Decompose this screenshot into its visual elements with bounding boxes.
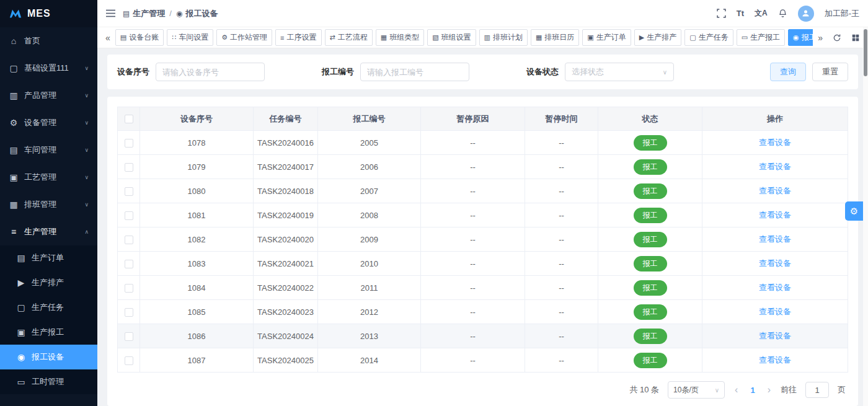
tab-device-ledger[interactable]: ▤设备台账 [115,29,164,46]
view-device-link[interactable]: 查看设备 [759,307,791,316]
chevron-down-icon: ∨ [715,387,719,394]
device-no-input[interactable] [156,63,265,81]
layout-grid-icon[interactable] [849,33,862,42]
chevron-icon: ∨ [84,201,89,208]
tab-workshop-settings[interactable]: ∷车间设置 [167,29,213,46]
tab-shift-calendar[interactable]: ▦排班日历 [531,29,579,46]
view-device-link[interactable]: 查看设备 [759,355,791,364]
language-icon[interactable]: 文A [755,8,768,19]
sidebar-item-workshop-mgmt[interactable]: ▤车间管理∨ [0,136,97,164]
device-status-select[interactable]: 选择状态 ∨ [565,63,674,81]
tabbar: « ▤设备台账∷车间设置⚙工作站管理≡工序设置⇄工艺流程▦班组类型▧班组设置▥排… [97,27,868,48]
sidebar-item-process-mgmt[interactable]: ▣工艺管理∨ [0,164,97,191]
pause-time-cell: -- [525,324,598,348]
page-size-select[interactable]: 10条/页 ∨ [668,381,725,399]
sidebar-item-product-mgmt[interactable]: ▥产品管理∨ [0,82,97,109]
sidebar-subitem-production-task[interactable]: ▢生产任务 [0,295,97,320]
page-number[interactable]: 1 [748,386,757,395]
reset-button[interactable]: 重置 [812,63,848,81]
content-area: 设备序号 报工编号 设备状态 选择状态 ∨ 查询 重置 [97,48,868,406]
refresh-icon[interactable] [831,33,843,42]
table-row: 1082TASK202400202009----报工查看设备 [118,227,848,252]
tab-production-report[interactable]: ▭生产报工 [737,29,785,46]
sidebar-subitem-report-device[interactable]: ◉报工设备 [0,345,97,369]
column-header: 暂停时间 [525,107,598,131]
table-body: 1078TASK202400162005----报工查看设备1079TASK20… [118,131,848,373]
device-icon: ◉ [16,352,26,362]
fullscreen-icon[interactable] [717,9,726,18]
breadcrumb-item-report-device[interactable]: ◉ 报工设备 [176,8,218,19]
row-checkbox[interactable] [125,163,133,172]
tab-team-type[interactable]: ▦班组类型 [376,29,424,46]
device-no-cell: 1080 [140,179,254,203]
device-status-label: 设备状态 [526,66,559,77]
table-row: 1080TASK202400182007----报工查看设备 [118,179,848,203]
mes-logo-icon [9,7,22,20]
report-icon: ▭ [742,33,748,42]
tab-report-device[interactable]: ◉报工设备 [788,29,813,46]
row-checkbox[interactable] [125,356,133,365]
tabs-scroll-right-icon[interactable]: » [816,33,825,43]
tab-workstation-mgmt[interactable]: ⚙工作站管理 [216,29,272,46]
view-device-link[interactable]: 查看设备 [759,210,791,219]
username-label[interactable]: 加工部-王 [825,8,859,19]
bar-chart-icon: ▥ [9,90,19,100]
prev-page-icon[interactable]: ‹ [733,384,739,395]
row-checkbox[interactable] [125,284,133,293]
sidebar-subitem-production-scheduling[interactable]: ▶生产排产 [0,270,97,295]
row-checkbox[interactable] [125,187,133,196]
device-no-cell: 1081 [140,203,254,227]
notification-bell-icon[interactable] [778,9,787,18]
dispatch-icon: ▶ [639,33,644,42]
order-icon: ▤ [16,253,26,263]
task-no-cell: TASK20240022 [254,276,318,300]
font-size-icon[interactable]: Tt [737,9,744,18]
calendar-icon: ▦ [536,33,542,42]
row-checkbox[interactable] [125,211,133,220]
row-checkbox[interactable] [125,308,133,317]
user-avatar[interactable] [798,6,814,22]
report-no-input[interactable] [360,63,469,81]
sidebar-subitem-production-report[interactable]: ▣生产报工 [0,320,97,345]
device-icon: ◉ [176,9,182,18]
row-checkbox[interactable] [125,260,133,268]
goto-page-input[interactable] [805,382,829,398]
view-device-link[interactable]: 查看设备 [759,331,791,340]
view-device-link[interactable]: 查看设备 [759,234,791,244]
hamburger-menu-icon[interactable] [106,9,115,17]
tab-process-flow[interactable]: ⇄工艺流程 [325,29,373,46]
view-device-link[interactable]: 查看设备 [759,258,791,268]
sidebar-subitem-production-order[interactable]: ▤生产订单 [0,245,97,270]
tab-production-scheduling[interactable]: ▶生产排产 [634,29,681,46]
column-header: 设备序号 [140,107,254,131]
view-device-link[interactable]: 查看设备 [759,162,791,171]
row-checkbox[interactable] [125,236,133,244]
settings-fab[interactable]: ⚙ [845,201,863,221]
select-all-checkbox[interactable] [125,115,133,123]
tabs-scroll-left-icon[interactable]: « [104,33,112,43]
view-device-link[interactable]: 查看设备 [759,138,791,147]
row-checkbox[interactable] [125,332,133,341]
sidebar-item-device-mgmt[interactable]: ⚙设备管理∨ [0,109,97,136]
query-button[interactable]: 查询 [770,63,806,81]
tab-production-task[interactable]: ▢生产任务 [684,29,733,46]
view-device-link[interactable]: 查看设备 [759,283,791,292]
sidebar-item-basic-settings[interactable]: ▢基础设置111∨ [0,55,97,82]
tab-procedure-settings[interactable]: ≡工序设置 [275,29,321,46]
sidebar-item-home[interactable]: ⌂首页 [0,27,97,55]
tab-team-settings[interactable]: ▧班组设置 [427,29,476,46]
sidebar-item-production-mgmt[interactable]: ≡生产管理∧ [0,218,97,245]
sidebar-item-shift-mgmt[interactable]: ▦排班管理∨ [0,191,97,218]
tab-shift-plan[interactable]: ▥排班计划 [479,29,528,46]
breadcrumb-item-production[interactable]: ▤ 生产管理 [123,8,165,19]
next-page-icon[interactable]: › [766,384,772,395]
row-checkbox[interactable] [125,139,133,148]
view-device-link[interactable]: 查看设备 [759,186,791,195]
filter-device-no: 设备序号 [117,63,265,81]
scrollbar-thumb[interactable] [864,29,867,76]
vertical-scrollbar[interactable] [863,27,868,406]
tab-production-order[interactable]: ▣生产订单 [582,29,631,46]
sidebar-subitem-work-hours[interactable]: ▭工时管理 [0,369,97,394]
device-no-cell: 1083 [140,252,254,276]
device-no-cell: 1085 [140,300,254,324]
